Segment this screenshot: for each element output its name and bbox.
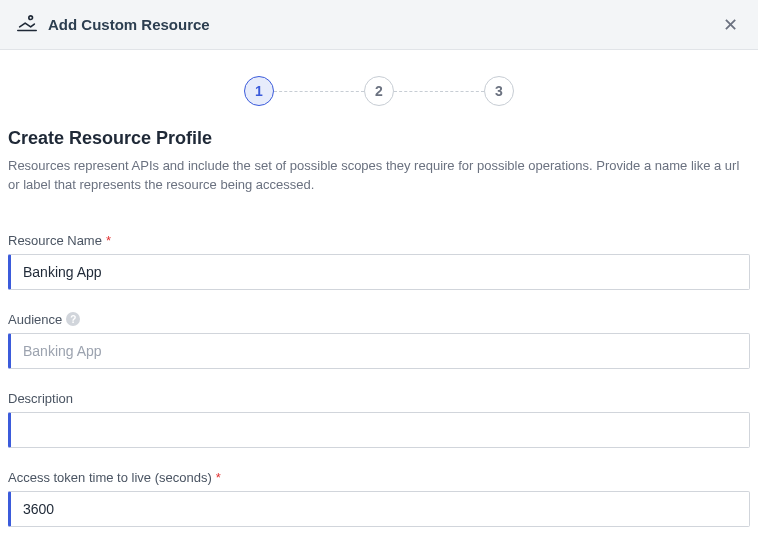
content: Create Resource Profile Resources repres… — [0, 128, 758, 527]
ttl-group: Access token time to live (seconds) * — [8, 470, 750, 527]
label-text: Description — [8, 391, 73, 406]
section-title: Create Resource Profile — [8, 128, 750, 149]
svg-point-0 — [29, 15, 33, 19]
resource-name-group: Resource Name * — [8, 233, 750, 290]
step-2[interactable]: 2 — [364, 76, 394, 106]
label-text: Resource Name — [8, 233, 102, 248]
description-group: Description — [8, 391, 750, 448]
resource-icon — [16, 14, 38, 36]
required-indicator: * — [106, 233, 111, 248]
header-left: Add Custom Resource — [16, 14, 210, 36]
audience-input[interactable] — [8, 333, 750, 369]
ttl-input[interactable] — [8, 491, 750, 527]
step-line — [394, 91, 484, 92]
close-icon[interactable]: ✕ — [719, 12, 742, 38]
step-1[interactable]: 1 — [244, 76, 274, 106]
resource-name-input[interactable] — [8, 254, 750, 290]
step-line — [274, 91, 364, 92]
label-text: Access token time to live (seconds) — [8, 470, 212, 485]
required-indicator: * — [216, 470, 221, 485]
ttl-label: Access token time to live (seconds) * — [8, 470, 750, 485]
description-label: Description — [8, 391, 750, 406]
resource-name-label: Resource Name * — [8, 233, 750, 248]
dialog-header: Add Custom Resource ✕ — [0, 0, 758, 50]
dialog-title: Add Custom Resource — [48, 16, 210, 33]
help-icon[interactable]: ? — [66, 312, 80, 326]
description-input[interactable] — [8, 412, 750, 448]
step-3[interactable]: 3 — [484, 76, 514, 106]
audience-group: Audience ? — [8, 312, 750, 369]
label-text: Audience — [8, 312, 62, 327]
section-description: Resources represent APIs and include the… — [8, 157, 750, 195]
audience-label: Audience ? — [8, 312, 750, 327]
stepper: 1 2 3 — [0, 50, 758, 128]
